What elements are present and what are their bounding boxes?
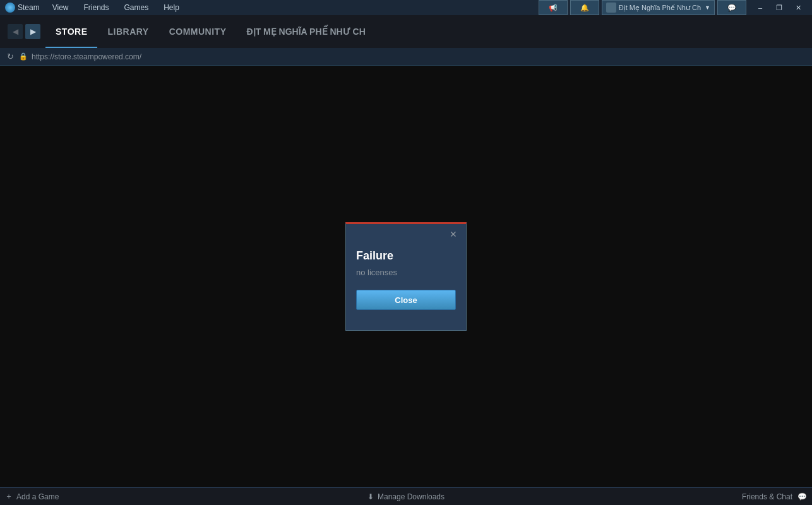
- topbar-right: 📢 🔔 Địt Mẹ Nghĩa Phế Như Ch ▼ 💬 – ❐ ✕: [539, 0, 807, 15]
- chevron-down-icon: ▼: [705, 4, 710, 11]
- dialog-overlay: ✕ Failure no licenses Close: [0, 66, 812, 487]
- add-game-button[interactable]: ＋ Add a Game: [5, 491, 59, 502]
- tab-username[interactable]: ĐỊT MẸ NGHĨA PHẾ NHƯ CH: [237, 15, 376, 48]
- refresh-button[interactable]: ↻: [5, 52, 15, 62]
- manage-downloads-button[interactable]: ⬇ Manage Downloads: [367, 492, 445, 501]
- games-menu-item[interactable]: Games: [122, 2, 152, 13]
- url-field[interactable]: https://store.steampowered.com/: [32, 52, 807, 61]
- steam-menu-item[interactable]: Steam: [18, 3, 40, 12]
- add-game-label: Add a Game: [16, 492, 59, 501]
- nav-bar: ◀ ▶ STORE LIBRARY COMMUNITY ĐỊT MẸ NGHĨA…: [0, 15, 812, 48]
- friends-chat-icon: 💬: [797, 492, 807, 501]
- steam-logo-area: Steam: [5, 3, 40, 13]
- friends-menu-item[interactable]: Friends: [81, 2, 111, 13]
- user-avatar: [606, 3, 616, 13]
- downloads-icon: ⬇: [367, 492, 374, 501]
- url-bar: ↻ 🔒 https://store.steampowered.com/: [0, 48, 812, 66]
- dialog-title: Failure: [356, 249, 456, 263]
- back-arrow[interactable]: ◀: [8, 24, 23, 39]
- failure-dialog: ✕ Failure no licenses Close: [345, 222, 467, 331]
- minimize-button[interactable]: –: [751, 0, 769, 15]
- lock-icon: 🔒: [19, 52, 28, 61]
- bottom-right: Friends & Chat 💬: [742, 492, 807, 501]
- broadcast-icon: 📢: [549, 4, 558, 12]
- steam-icon: [5, 3, 15, 13]
- dialog-close-button[interactable]: Close: [356, 290, 456, 310]
- dialog-close-x-button[interactable]: ✕: [447, 228, 460, 241]
- friends-icon: 💬: [727, 4, 736, 12]
- nav-arrows: ◀ ▶: [8, 24, 40, 39]
- forward-arrow[interactable]: ▶: [25, 24, 40, 39]
- tab-community[interactable]: COMMUNITY: [159, 15, 237, 48]
- notification-icon: 🔔: [580, 4, 589, 12]
- view-menu-item[interactable]: View: [50, 2, 71, 13]
- main-content: ✕ Failure no licenses Close: [0, 66, 812, 487]
- restore-button[interactable]: ❐: [770, 0, 788, 15]
- close-button[interactable]: ✕: [789, 0, 807, 15]
- notification-button[interactable]: 🔔: [570, 0, 599, 15]
- friends-chat-button[interactable]: Friends & Chat: [742, 492, 792, 501]
- dialog-body: Failure no licenses Close: [346, 244, 466, 320]
- broadcast-button[interactable]: 📢: [539, 0, 568, 15]
- tab-library[interactable]: LIBRARY: [97, 15, 158, 48]
- friends-icon-button[interactable]: 💬: [717, 0, 746, 15]
- manage-downloads-label: Manage Downloads: [378, 492, 445, 501]
- window-controls: – ❐ ✕: [751, 0, 807, 15]
- username-label: Địt Mẹ Nghĩa Phế Như Ch: [619, 4, 701, 12]
- bottom-bar: ＋ Add a Game ⬇ Manage Downloads Friends …: [0, 487, 812, 505]
- dialog-message: no licenses: [356, 268, 456, 277]
- menu-bar: Steam View Friends Games Help 📢 🔔 Địt Mẹ…: [0, 0, 812, 15]
- user-account-button[interactable]: Địt Mẹ Nghĩa Phế Như Ch ▼: [602, 0, 715, 15]
- tab-store[interactable]: STORE: [45, 15, 97, 48]
- help-menu-item[interactable]: Help: [161, 2, 182, 13]
- add-game-icon: ＋: [5, 491, 13, 502]
- dialog-titlebar: ✕: [346, 224, 466, 244]
